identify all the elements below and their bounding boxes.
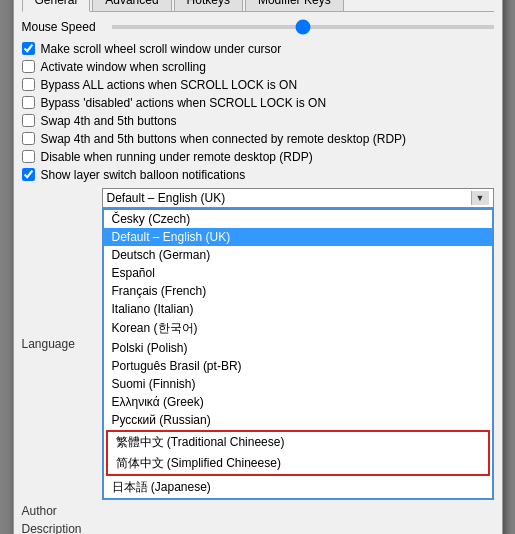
- tab-modifier-keys[interactable]: Modifier Keys: [245, 0, 344, 11]
- checkbox-bypass-disabled-label: Bypass 'disabled' actions when SCROLL LO…: [41, 96, 327, 110]
- dropdown-item-traditional-chinese[interactable]: 繁體中文 (Traditional Chineese): [108, 432, 488, 453]
- language-label: Language: [22, 337, 102, 351]
- dropdown-item-finnish[interactable]: Suomi (Finnish): [104, 375, 492, 393]
- mouse-speed-row: Mouse Speed: [22, 20, 494, 34]
- dropdown-item-italian[interactable]: Italiano (Italian): [104, 300, 492, 318]
- dropdown-item-simplified-chinese[interactable]: 简体中文 (Simplified Chineese): [108, 453, 488, 474]
- checkbox-bypass-all-input[interactable]: [22, 78, 35, 91]
- checkbox-disable-rdp-input[interactable]: [22, 150, 35, 163]
- checkbox-swap-rdp-label: Swap 4th and 5th buttons when connected …: [41, 132, 407, 146]
- checkbox-disable-rdp: Disable when running under remote deskto…: [22, 150, 494, 164]
- main-window: ⚙ Global Settings ─ □ ✕ General Advanced…: [13, 0, 503, 534]
- checkbox-activate-scrolling-label: Activate window when scrolling: [41, 60, 206, 74]
- checkbox-activate-scrolling: Activate window when scrolling: [22, 60, 494, 74]
- checkbox-show-layer-input[interactable]: [22, 168, 35, 181]
- dropdown-item-russian[interactable]: Русский (Russian): [104, 411, 492, 429]
- checkbox-bypass-all-label: Bypass ALL actions when SCROLL LOCK is O…: [41, 78, 298, 92]
- description-row: Description: [22, 522, 494, 534]
- checkbox-bypass-all: Bypass ALL actions when SCROLL LOCK is O…: [22, 78, 494, 92]
- checkbox-show-layer-label: Show layer switch balloon notifications: [41, 168, 246, 182]
- tab-general[interactable]: General: [22, 0, 91, 12]
- checkbox-scroll-window-input[interactable]: [22, 42, 35, 55]
- description-label: Description: [22, 522, 102, 534]
- tab-hotkeys[interactable]: Hotkeys: [174, 0, 243, 11]
- language-dropdown-value: Default – English (UK): [107, 191, 471, 205]
- dropdown-item-french[interactable]: Français (French): [104, 282, 492, 300]
- author-row: Author: [22, 504, 494, 518]
- dropdown-item-portuguese[interactable]: Português Brasil (pt-BR): [104, 357, 492, 375]
- language-row: Language Default – English (UK) ▼ Česky …: [22, 188, 494, 500]
- checkbox-swap-4th-5th-label: Swap 4th and 5th buttons: [41, 114, 177, 128]
- checkbox-activate-scrolling-input[interactable]: [22, 60, 35, 73]
- language-dropdown-container: Default – English (UK) ▼ Česky (Czech) D…: [102, 188, 494, 500]
- tab-bar: General Advanced Hotkeys Modifier Keys: [22, 0, 494, 12]
- checkbox-scroll-window: Make scroll wheel scroll window under cu…: [22, 42, 494, 56]
- dropdown-item-polish[interactable]: Polski (Polish): [104, 339, 492, 357]
- language-dropdown-arrow[interactable]: ▼: [471, 191, 489, 205]
- language-dropdown-input[interactable]: Default – English (UK) ▼: [102, 188, 494, 208]
- dropdown-item-spanish[interactable]: Español: [104, 264, 492, 282]
- dropdown-item-japanese[interactable]: 日本語 (Japanese): [104, 477, 492, 498]
- author-label: Author: [22, 504, 102, 518]
- mouse-speed-slider[interactable]: [112, 25, 494, 29]
- checkbox-swap-rdp: Swap 4th and 5th buttons when connected …: [22, 132, 494, 146]
- dropdown-item-greek[interactable]: Ελληνικά (Greek): [104, 393, 492, 411]
- checkbox-swap-4th-5th-input[interactable]: [22, 114, 35, 127]
- content-area: General Advanced Hotkeys Modifier Keys M…: [14, 0, 502, 534]
- checkbox-show-layer: Show layer switch balloon notifications: [22, 168, 494, 182]
- checkbox-bypass-disabled: Bypass 'disabled' actions when SCROLL LO…: [22, 96, 494, 110]
- checkbox-bypass-disabled-input[interactable]: [22, 96, 35, 109]
- checkbox-disable-rdp-label: Disable when running under remote deskto…: [41, 150, 313, 164]
- checkbox-scroll-window-label: Make scroll wheel scroll window under cu…: [41, 42, 282, 56]
- mouse-speed-label: Mouse Speed: [22, 20, 112, 34]
- checkboxes-section: Make scroll wheel scroll window under cu…: [22, 42, 494, 182]
- language-dropdown-list: Česky (Czech) Default – English (UK) Deu…: [102, 208, 494, 500]
- checkbox-swap-4th-5th: Swap 4th and 5th buttons: [22, 114, 494, 128]
- dropdown-item-korean[interactable]: Korean (한국어): [104, 318, 492, 339]
- dropdown-item-english[interactable]: Default – English (UK): [104, 228, 492, 246]
- dropdown-item-czech[interactable]: Česky (Czech): [104, 210, 492, 228]
- tab-advanced[interactable]: Advanced: [92, 0, 171, 11]
- outlined-group: 繁體中文 (Traditional Chineese) 简体中文 (Simpli…: [106, 430, 490, 476]
- checkbox-swap-rdp-input[interactable]: [22, 132, 35, 145]
- dropdown-item-german[interactable]: Deutsch (German): [104, 246, 492, 264]
